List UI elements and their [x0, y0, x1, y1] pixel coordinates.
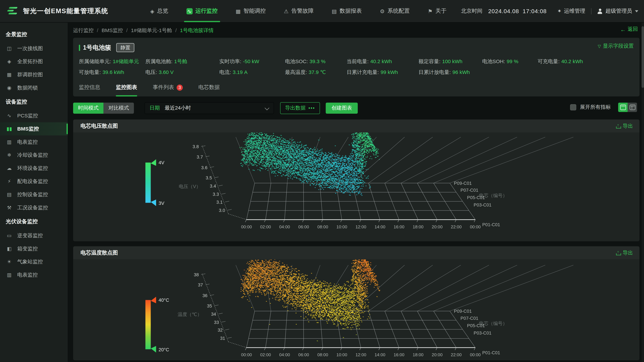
back-arrow-icon: ←	[620, 26, 626, 32]
sidebar-item-配电设备监控[interactable]: ⚡配电设备监控	[0, 175, 68, 188]
sidebar-item-逆变器监控[interactable]: ▭逆变器监控	[0, 229, 68, 242]
sidebar-item-电表监控[interactable]: ▥电表监控	[0, 269, 68, 282]
export-data-button[interactable]: 导出数据•••	[280, 102, 320, 114]
sidebar-item-PCS监控[interactable]: ∿PCS监控	[0, 109, 68, 122]
sidebar-item-群调群控图[interactable]: ▦群调群控图	[0, 68, 68, 81]
topbar-divider	[591, 8, 592, 14]
chart-controls: 时间模式 对比模式 日期 最近24小时 导出数据••• 创建图表 展开所有指标	[73, 101, 640, 114]
battery-icon: ▮▮	[6, 126, 12, 131]
nav-item-总览[interactable]: ◈总览	[146, 0, 172, 22]
split-layout-button[interactable]	[628, 103, 637, 112]
sidebar-item-BMS监控[interactable]: ▮▮BMS监控	[0, 122, 68, 135]
split-layout-icon	[630, 105, 635, 110]
sidebar-item-电表监控[interactable]: ▥电表监控	[0, 135, 68, 149]
tab-事件列表[interactable]: 事件列表3	[153, 80, 183, 96]
chevron-down-icon	[635, 10, 638, 12]
scrollbar[interactable]	[642, 22, 644, 362]
crumb-运行监控[interactable]: 运行监控	[73, 27, 94, 33]
wiring-diagram-icon: ◫	[6, 46, 12, 51]
topbar: 智光一创EMS能量管理系统 ◈总览∿运行监控▦智能调控⚠告警故障▤数据报表⚙系统…	[0, 0, 644, 23]
cluster-control-icon: ▦	[6, 72, 12, 77]
export-icon	[616, 250, 621, 255]
sidebar: 全景监控◫一次接线图◈全景拓扑图▦群调群控图◉数据闭锁设备监控∿PCS监控▮▮B…	[0, 22, 68, 362]
sidebar-item-环境设备监控[interactable]: ☁环境设备监控	[0, 162, 68, 175]
expand-all-checkbox[interactable]	[570, 104, 576, 110]
topology-icon: ◈	[6, 59, 12, 64]
sidebar-item-冷却设备监控[interactable]: ❄冷却设备监控	[0, 149, 68, 162]
topbar-right: 北京时间 2024.04.08 17:04:08 ✶ 运维管理 超级管理员	[461, 0, 638, 22]
sidebar-item-箱变监控[interactable]: ◧箱变监控	[0, 242, 68, 255]
temperature-scatter-canvas[interactable]	[73, 259, 640, 360]
working-condition-icon: ⚒	[6, 205, 12, 210]
stat-field: 电压:3.60 V	[145, 68, 219, 76]
more-dots-icon: •••	[308, 105, 315, 110]
nav-item-告警故障[interactable]: ⚠告警故障	[280, 0, 318, 22]
compare-mode-button[interactable]: 对比模式	[104, 102, 134, 113]
temperature-export-button[interactable]: 导出	[616, 249, 633, 256]
report-icon: ▤	[332, 8, 337, 14]
crumb-1号电池簇详情: 1号电池簇详情	[180, 27, 214, 33]
nav-item-数据报表[interactable]: ▤数据报表	[328, 0, 366, 22]
stat-field: 当前电量:40.2 kWh	[346, 57, 418, 65]
voltage-chart-body	[73, 133, 640, 241]
brand-logo-icon	[6, 6, 19, 15]
ems-app: 智光一创EMS能量管理系统 ◈总览∿运行监控▦智能调控⚠告警故障▤数据报表⚙系统…	[0, 0, 644, 362]
crumb-separator: /	[175, 27, 176, 33]
sidebar-item-数据闭锁[interactable]: ◉数据闭锁	[0, 81, 68, 94]
tab-电芯数据[interactable]: 电芯数据	[198, 80, 220, 96]
sidebar-item-气象站监控[interactable]: ☀气象站监控	[0, 255, 68, 269]
control-device-icon: ▤	[6, 192, 12, 197]
cooling-icon: ❄	[6, 153, 12, 158]
filter-icon: ▽	[598, 44, 601, 48]
voltage-scatter-canvas[interactable]	[73, 133, 640, 241]
brand: 智光一创EMS能量管理系统	[6, 6, 108, 15]
clock-zone-label: 北京时间	[461, 7, 482, 15]
user-icon	[597, 8, 602, 14]
overview-icon: ◈	[150, 8, 154, 14]
back-button[interactable]: ←返回	[620, 26, 638, 33]
tab-监控图表[interactable]: 监控图表	[116, 80, 137, 96]
field-settings-link[interactable]: ▽ 显示字段设置	[598, 43, 634, 50]
scrollbar-thumb[interactable]	[642, 26, 644, 88]
stat-field: 最高温度:37.9 ℃	[285, 68, 347, 76]
nav-item-关于[interactable]: ⚑关于	[424, 0, 451, 22]
create-chart-button[interactable]: 创建图表	[326, 102, 358, 113]
time-mode-button[interactable]: 时间模式	[73, 102, 104, 113]
date-range-select[interactable]: 日期 最近24小时	[145, 102, 274, 114]
nav-item-运行监控[interactable]: ∿运行监控	[182, 0, 222, 22]
sidebar-item-工况设备监控[interactable]: ⚒工况设备监控	[0, 201, 68, 214]
sidebar-group-光伏设备监控: 光伏设备监控	[0, 214, 68, 229]
nav-item-系统配置[interactable]: ⚙系统配置	[376, 0, 414, 22]
stats-row-2: 可放电量:39.6 kWh电压:3.60 V电流:3.19 A最高温度:37.9…	[79, 67, 634, 77]
stat-field: 电池SOC:39.3 %	[285, 57, 347, 65]
battery-summary-card: 1号电池簇 静置 ▽ 显示字段设置 所属储能单元:1#储能单元所属电池舱:1号舱…	[73, 38, 640, 97]
clock-datetime: 2024.04.08 17:04:08	[488, 8, 547, 14]
temperature-chart-panel: 电芯温度散点图 导出	[73, 246, 640, 360]
ops-management-button[interactable]: ✶ 运维管理	[557, 7, 585, 15]
nav-item-智能调控[interactable]: ▦智能调控	[232, 0, 270, 22]
crumb-1#储能单元-1号舱[interactable]: 1#储能单元-1号舱	[131, 27, 172, 33]
user-menu[interactable]: 超级管理员	[597, 7, 638, 15]
expand-all-label: 展开所有指标	[580, 104, 611, 111]
brand-title: 智光一创EMS能量管理系统	[23, 7, 108, 15]
single-column-icon	[620, 105, 626, 110]
single-column-layout-button[interactable]	[618, 103, 628, 112]
detail-tabs: 监控信息监控图表事件列表3电芯数据	[79, 80, 634, 96]
breadcrumb: 运行监控/BMS监控/1#储能单元-1号舱/1号电池簇详情 ←返回	[73, 22, 640, 38]
stat-field: 额定容量:100 kWh	[418, 57, 482, 65]
sidebar-item-控制设备监控[interactable]: ▤控制设备监控	[0, 188, 68, 201]
stat-field: 实时功率:-50 kW	[219, 57, 285, 65]
title-accent-bar	[79, 44, 80, 51]
tab-监控信息[interactable]: 监控信息	[79, 80, 100, 96]
pcs-icon: ∿	[6, 113, 12, 118]
voltage-chart-title: 电芯电压散点图	[80, 122, 118, 130]
sidebar-item-全景拓扑图[interactable]: ◈全景拓扑图	[0, 55, 68, 68]
battery-cluster-title: 1号电池簇	[83, 44, 111, 51]
event-count-badge: 3	[176, 84, 183, 90]
sidebar-group-全景监控: 全景监控	[0, 27, 68, 42]
sidebar-item-一次接线图[interactable]: ◫一次接线图	[0, 42, 68, 55]
crumb-separator: /	[126, 27, 128, 33]
sidebar-group-设备监控: 设备监控	[0, 94, 68, 109]
voltage-export-button[interactable]: 导出	[616, 123, 633, 129]
crumb-BMS监控[interactable]: BMS监控	[102, 27, 123, 33]
